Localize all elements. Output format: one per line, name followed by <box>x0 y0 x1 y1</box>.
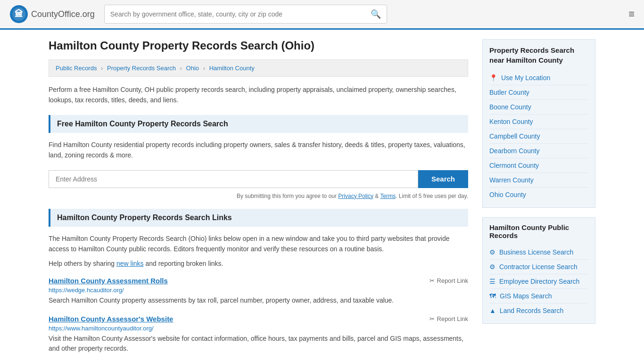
global-search-button[interactable]: 🔍 <box>365 5 387 23</box>
record-item-header: Hamilton County Assessment Rolls ✂ Repor… <box>49 277 468 285</box>
sidebar-contractor-license[interactable]: ⚙ Contractor License Search <box>489 260 588 274</box>
global-search-bar: 🔍 <box>104 5 387 24</box>
sidebar-county-kenton[interactable]: Kenton County <box>489 115 588 129</box>
global-search-input[interactable] <box>105 5 365 23</box>
location-icon: 📍 <box>489 74 497 82</box>
sidebar-county-ohio[interactable]: Ohio County <box>489 188 588 202</box>
map-icon-gis: 🗺 <box>489 292 496 300</box>
links-description: The Hamilton County Property Records Sea… <box>49 233 468 255</box>
terms-link[interactable]: Terms <box>380 193 396 199</box>
report-link-icon-1: ✂ <box>429 277 435 284</box>
address-input[interactable] <box>49 170 418 188</box>
land-icon: ▲ <box>489 307 496 314</box>
sidebar-land-records[interactable]: ▲ Land Records Search <box>489 304 588 318</box>
privacy-policy-link[interactable]: Privacy Policy <box>338 193 373 199</box>
sidebar-gis-maps[interactable]: 🗺 GIS Maps Search <box>489 289 588 304</box>
record-title-2[interactable]: Hamilton County Assessor's Website <box>49 315 173 323</box>
new-links-link[interactable]: new links <box>116 260 144 267</box>
property-search-form: Search <box>49 170 468 188</box>
sidebar-business-license[interactable]: ⚙ Business License Search <box>489 245 588 260</box>
nearby-counties-section: Property Records Search near Hamilton Co… <box>482 39 595 208</box>
links-section-heading: Hamilton County Property Records Search … <box>49 209 468 227</box>
logo-text: CountyOffice.org <box>31 9 95 19</box>
free-search-desc: Find Hamilton County residential propert… <box>49 140 468 161</box>
breadcrumb-property-records-search[interactable]: Property Records Search <box>107 65 176 72</box>
main-content: Hamilton County Property Records Search … <box>49 39 468 362</box>
sidebar-county-campbell[interactable]: Campbell County <box>489 129 588 144</box>
sidebar-county-dearborn[interactable]: Dearborn County <box>489 144 588 158</box>
page-description: Perform a free Hamilton County, OH publi… <box>49 84 468 106</box>
sidebar: Property Records Search near Hamilton Co… <box>482 39 595 362</box>
record-desc-2: Visit the Hamilton County Assessor's web… <box>49 334 468 354</box>
record-item-header-2: Hamilton County Assessor's Website ✂ Rep… <box>49 315 468 323</box>
report-link-icon-2: ✂ <box>429 315 435 322</box>
gear-icon-business: ⚙ <box>489 248 495 256</box>
public-records-section: Hamilton County Public Records ⚙ Busines… <box>482 217 595 324</box>
page-title: Hamilton County Property Records Search … <box>49 39 468 52</box>
address-search-button[interactable]: Search <box>418 170 468 188</box>
search-icon: 🔍 <box>371 9 381 19</box>
site-header: 🏛 CountyOffice.org 🔍 ≡ <box>0 0 644 30</box>
form-disclaimer: By submitting this form you agree to our… <box>49 193 468 199</box>
list-icon-employee: ☰ <box>489 278 495 285</box>
report-link-2[interactable]: ✂ Report Link <box>429 315 468 322</box>
nearby-counties-title: Property Records Search near Hamilton Co… <box>489 45 588 65</box>
share-line: Help others by sharing new links and rep… <box>49 260 468 267</box>
breadcrumb: Public Records › Property Records Search… <box>49 59 468 77</box>
breadcrumb-sep-3: › <box>203 65 205 72</box>
breadcrumb-ohio[interactable]: Ohio <box>186 65 199 72</box>
sidebar-county-boone[interactable]: Boone County <box>489 100 588 115</box>
record-item: Hamilton County Assessment Rolls ✂ Repor… <box>49 277 468 305</box>
sidebar-employee-directory[interactable]: ☰ Employee Directory Search <box>489 274 588 289</box>
report-link-1[interactable]: ✂ Report Link <box>429 277 468 284</box>
sidebar-county-clermont[interactable]: Clermont County <box>489 158 588 173</box>
record-title-1[interactable]: Hamilton County Assessment Rolls <box>49 277 168 285</box>
public-records-title: Hamilton County Public Records <box>489 223 588 239</box>
svg-text:🏛: 🏛 <box>15 9 23 19</box>
free-search-heading: Free Hamilton County Property Records Se… <box>49 115 468 133</box>
hamburger-menu-button[interactable]: ≡ <box>628 8 635 20</box>
record-url-1[interactable]: https://wedge.hcauditor.org/ <box>49 287 468 294</box>
sidebar-county-warren[interactable]: Warren County <box>489 173 588 188</box>
address-search-row: Search <box>49 170 468 188</box>
use-my-location-link[interactable]: Use My Location <box>501 74 550 82</box>
breadcrumb-hamilton-county[interactable]: Hamilton County <box>209 65 255 72</box>
breadcrumb-sep-1: › <box>101 65 103 72</box>
record-item-2: Hamilton County Assessor's Website ✂ Rep… <box>49 315 468 354</box>
breadcrumb-sep-2: › <box>180 65 182 72</box>
use-my-location-item[interactable]: 📍 Use My Location <box>489 71 588 85</box>
logo-icon: 🏛 <box>9 5 28 24</box>
record-desc-1: Search Hamilton County property assessme… <box>49 296 468 305</box>
record-url-2[interactable]: https://www.hamiltoncountyauditor.org/ <box>49 325 468 332</box>
breadcrumb-public-records[interactable]: Public Records <box>56 65 97 72</box>
logo-link[interactable]: 🏛 CountyOffice.org <box>9 5 95 24</box>
gear-icon-contractor: ⚙ <box>489 263 495 271</box>
sidebar-county-butler[interactable]: Butler County <box>489 85 588 100</box>
